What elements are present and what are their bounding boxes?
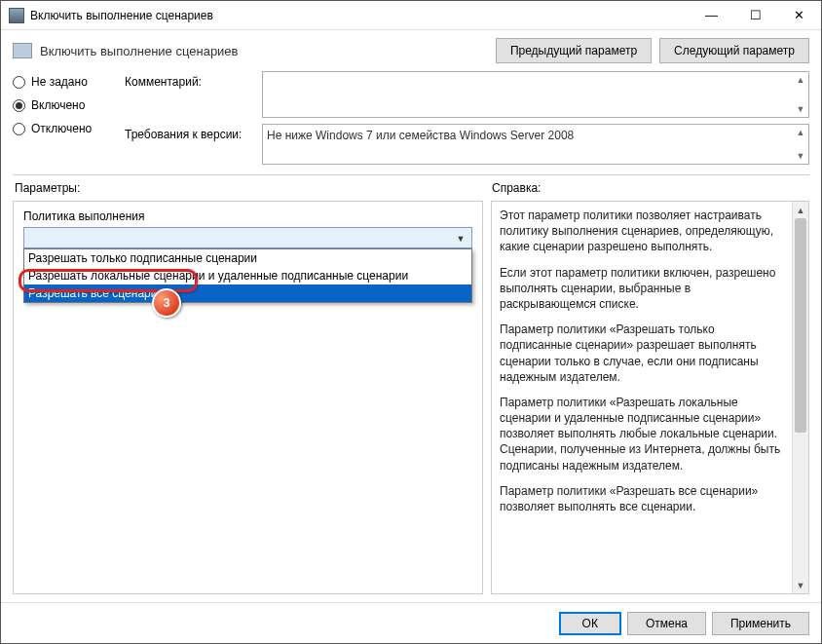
help-scrollbar[interactable]: ▲ ▼	[792, 202, 808, 593]
dialog-footer: ОК Отмена Применить	[1, 602, 821, 643]
radio-enabled[interactable]: Включено	[13, 98, 125, 112]
help-text: Параметр политики «Разрешать только подп…	[500, 322, 784, 385]
radio-not-configured[interactable]: Не задано	[13, 75, 125, 89]
scrollbar[interactable]: ▲ ▼	[793, 72, 808, 117]
comment-label: Комментарий:	[125, 71, 256, 118]
scroll-down-icon: ▼	[793, 103, 808, 115]
apply-button[interactable]: Применить	[712, 612, 809, 635]
radio-label: Включено	[31, 98, 85, 112]
comment-textarea[interactable]: ▲ ▼	[262, 71, 809, 118]
app-icon	[9, 8, 24, 23]
dropdown-option[interactable]: Разрешать все сценарии	[24, 284, 471, 302]
help-label: Справка:	[492, 181, 541, 195]
scroll-down-icon: ▼	[793, 577, 808, 593]
minimize-button[interactable]: —	[690, 1, 733, 29]
scroll-up-icon: ▲	[793, 202, 808, 218]
radio-disabled[interactable]: Отключено	[13, 122, 125, 135]
close-button[interactable]: ✕	[777, 1, 821, 29]
chevron-down-icon: ▼	[453, 231, 468, 246]
scroll-thumb[interactable]	[795, 218, 806, 433]
ok-button[interactable]: ОК	[559, 612, 621, 635]
execution-policy-dropdown[interactable]: ▼ Разрешать только подписанные сценарии …	[23, 227, 472, 248]
help-text: Параметр политики «Разрешать локальные с…	[500, 395, 784, 474]
help-panel: Этот параметр политики позволяет настраи…	[491, 201, 809, 594]
annotation-step-badge: 3	[152, 288, 181, 318]
radio-label: Не задано	[31, 75, 88, 89]
options-label: Параметры:	[15, 181, 492, 195]
scroll-up-icon: ▲	[793, 127, 808, 138]
scrollbar[interactable]: ▲ ▼	[793, 125, 808, 164]
title-bar: Включить выполнение сценариев — ☐ ✕	[1, 1, 821, 30]
window-title: Включить выполнение сценариев	[30, 9, 690, 22]
policy-icon	[13, 43, 32, 58]
policy-heading: Включить выполнение сценариев	[40, 44, 488, 58]
next-setting-button[interactable]: Следующий параметр	[659, 38, 809, 63]
scroll-up-icon: ▲	[793, 74, 808, 86]
radio-label: Отключено	[31, 122, 92, 135]
supported-textarea: Не ниже Windows 7 или семейства Windows …	[262, 124, 809, 165]
options-panel: Политика выполнения ▼ Разрешать только п…	[13, 201, 483, 594]
radio-icon	[13, 76, 25, 89]
radio-icon	[13, 123, 25, 135]
dropdown-list: Разрешать только подписанные сценарии Ра…	[23, 248, 472, 303]
help-text: Если этот параметр политики включен, раз…	[500, 265, 784, 313]
dropdown-option[interactable]: Разрешать только подписанные сценарии	[24, 249, 471, 267]
execution-policy-label: Политика выполнения	[23, 209, 472, 223]
help-text: Этот параметр политики позволяет настраи…	[500, 208, 784, 255]
maximize-button[interactable]: ☐	[733, 1, 777, 29]
divider	[13, 174, 809, 175]
radio-icon	[13, 99, 25, 112]
cancel-button[interactable]: Отмена	[627, 612, 706, 635]
scroll-down-icon: ▼	[793, 150, 808, 162]
supported-label: Требования к версии:	[125, 124, 256, 165]
help-text: Параметр политики «Разрешать все сценари…	[500, 483, 784, 514]
dropdown-option[interactable]: Разрешать локальные сценарии и удаленные…	[24, 267, 471, 284]
previous-setting-button[interactable]: Предыдущий параметр	[496, 38, 652, 63]
